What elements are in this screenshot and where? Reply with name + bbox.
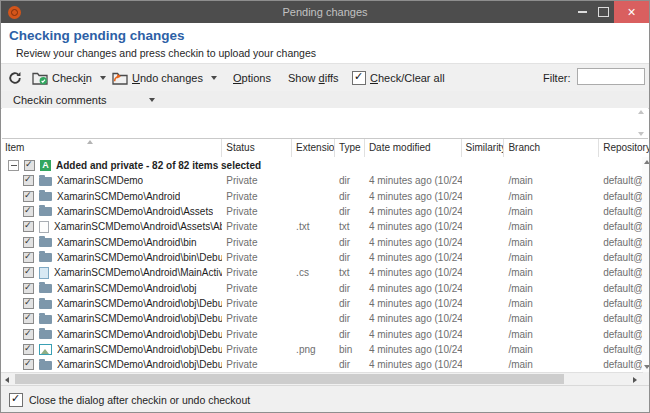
file-img-icon	[39, 344, 52, 355]
item-name: XamarinSCMDemo\Android\obj\Debug	[57, 298, 222, 309]
collapse-expander-icon[interactable]	[8, 160, 19, 171]
group-checkbox[interactable]	[24, 160, 35, 171]
table-row[interactable]: XamarinSCMDemo\Android\MainActivit... Pr…	[1, 265, 649, 280]
checkbox-icon	[352, 71, 366, 85]
scroll-down-icon[interactable]	[644, 365, 650, 369]
extension-cell	[292, 327, 335, 342]
column-header-date-modified[interactable]: Date modified	[365, 139, 462, 157]
status-cell: Private	[222, 204, 292, 219]
table-row[interactable]: XamarinSCMDemo Private dir 4 minutes ago…	[1, 173, 649, 188]
table-row[interactable]: XamarinSCMDemo\Android\obj Private dir 4…	[1, 281, 649, 296]
row-checkbox[interactable]	[23, 206, 34, 217]
date-modified-cell: 4 minutes ago (10/24...	[365, 173, 462, 188]
undo-changes-label: Undo changes	[132, 72, 203, 84]
close-dialog-label: Close the dialog after checkin or undo c…	[29, 394, 250, 406]
table-horizontal-scrollbar[interactable]	[1, 372, 643, 385]
toolbar: Checkin Undo changes Options Show diffs …	[1, 63, 649, 92]
folder-icon	[39, 177, 52, 186]
chevron-down-icon[interactable]	[100, 76, 106, 80]
table-row[interactable]: XamarinSCMDemo\Android\obj\Debug... Priv…	[1, 357, 649, 372]
similarity-cell	[462, 188, 505, 203]
undo-changes-button[interactable]: Undo changes	[112, 71, 217, 85]
titlebar[interactable]: Pending changes ×	[1, 1, 649, 23]
similarity-cell	[462, 296, 505, 311]
row-checkbox[interactable]	[23, 313, 34, 324]
comment-scrollbar[interactable]	[636, 110, 646, 136]
check-clear-all-checkbox[interactable]: Check/Clear all	[352, 71, 445, 85]
folder-icon	[39, 361, 52, 370]
similarity-cell	[462, 234, 505, 249]
close-dialog-checkbox[interactable]	[9, 393, 23, 407]
chevron-down-icon[interactable]	[211, 76, 217, 80]
checkin-icon	[32, 71, 48, 85]
show-diffs-button[interactable]: Show diffs	[288, 72, 339, 84]
scrollbar-thumb[interactable]	[15, 374, 564, 384]
table-vertical-scrollbar[interactable]	[642, 157, 650, 372]
row-checkbox[interactable]	[23, 175, 34, 186]
table-row[interactable]: XamarinSCMDemo\Android\obj\Debug... Priv…	[1, 342, 649, 357]
column-header-repository[interactable]: Repository	[599, 139, 649, 157]
row-checkbox[interactable]	[23, 267, 34, 278]
column-header-type[interactable]: Type	[335, 139, 365, 157]
column-header-branch[interactable]: Branch	[504, 139, 599, 157]
row-checkbox[interactable]	[23, 191, 34, 202]
refresh-button[interactable]	[8, 71, 22, 85]
column-header-item[interactable]: Item	[1, 139, 222, 157]
maximize-icon	[598, 7, 609, 17]
column-header-similarity[interactable]: Similarity	[462, 139, 505, 157]
close-button[interactable]: ×	[614, 1, 649, 23]
extension-cell	[292, 234, 335, 249]
row-checkbox[interactable]	[23, 221, 34, 232]
row-checkbox[interactable]	[23, 298, 34, 309]
scroll-left-icon[interactable]	[5, 377, 9, 383]
dialog-header: Checking pending changes Review your cha…	[1, 23, 649, 63]
folder-icon	[39, 207, 52, 216]
type-cell: dir	[335, 234, 365, 249]
comment-textarea[interactable]	[2, 108, 648, 139]
maximize-button[interactable]	[593, 1, 614, 23]
pending-changes-window: Pending changes × Checking pending chang…	[0, 0, 650, 413]
table-row[interactable]: XamarinSCMDemo\Android\obj\Debug... Priv…	[1, 311, 649, 326]
item-name: XamarinSCMDemo\Android\obj\Debug...	[57, 359, 222, 370]
row-checkbox[interactable]	[23, 252, 34, 263]
column-header-extension[interactable]: Extension	[292, 139, 335, 157]
scroll-right-icon[interactable]	[633, 377, 637, 383]
folder-icon	[39, 238, 52, 247]
filter-input[interactable]	[577, 68, 645, 85]
table-row[interactable]: XamarinSCMDemo\Android\bin\Debug Private…	[1, 250, 649, 265]
row-checkbox[interactable]	[23, 329, 34, 340]
row-checkbox[interactable]	[23, 359, 34, 370]
extension-cell	[292, 250, 335, 265]
checkin-button[interactable]: Checkin	[32, 71, 106, 85]
status-cell: Private	[222, 327, 292, 342]
date-modified-cell: 4 minutes ago (10/24...	[365, 188, 462, 203]
checkin-comments-expander[interactable]: Checkin comments	[1, 91, 649, 109]
type-cell: dir	[335, 204, 365, 219]
date-modified-cell: 4 minutes ago (10/24...	[365, 296, 462, 311]
minimize-button[interactable]	[572, 1, 593, 23]
column-header-status[interactable]: Status	[222, 139, 292, 157]
branch-cell: /main	[504, 357, 599, 372]
table-row[interactable]: XamarinSCMDemo\Android\bin Private dir 4…	[1, 234, 649, 249]
similarity-cell	[462, 219, 505, 234]
type-cell: txt	[335, 219, 365, 234]
folder-icon	[39, 330, 52, 339]
table-row[interactable]: XamarinSCMDemo\Android\obj\Debug... Priv…	[1, 327, 649, 342]
type-cell: dir	[335, 296, 365, 311]
branch-cell: /main	[504, 250, 599, 265]
table-row[interactable]: XamarinSCMDemo\Android\obj\Debug Private…	[1, 296, 649, 311]
row-checkbox[interactable]	[23, 283, 34, 294]
table-row[interactable]: XamarinSCMDemo\Android\Assets\Abo... Pri…	[1, 219, 649, 234]
group-row[interactable]: A Added and private - 82 of 82 items sel…	[1, 157, 649, 173]
status-cell: Private	[222, 281, 292, 296]
row-checkbox[interactable]	[23, 237, 34, 248]
scroll-up-icon[interactable]	[644, 160, 650, 164]
type-cell: dir	[335, 173, 365, 188]
row-checkbox[interactable]	[23, 344, 34, 355]
branch-cell: /main	[504, 265, 599, 280]
page-title: Checking pending changes	[9, 28, 185, 43]
options-button[interactable]: Options	[233, 72, 271, 84]
table-row[interactable]: XamarinSCMDemo\Android\Assets Private di…	[1, 204, 649, 219]
table-row[interactable]: XamarinSCMDemo\Android Private dir 4 min…	[1, 188, 649, 203]
status-cell: Private	[222, 219, 292, 234]
